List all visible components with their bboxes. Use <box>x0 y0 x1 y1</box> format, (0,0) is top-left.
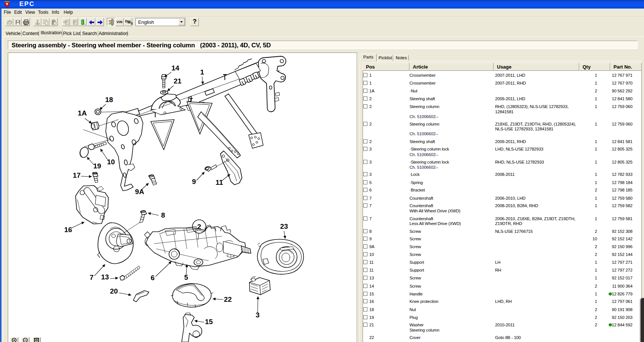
svg-text:1A: 1A <box>78 109 87 117</box>
svg-text:7: 7 <box>90 273 94 281</box>
svg-text:16: 16 <box>64 226 72 234</box>
svg-text:14: 14 <box>171 64 179 72</box>
svg-text:15: 15 <box>205 318 213 326</box>
svg-text:10: 10 <box>107 158 115 166</box>
svg-text:13: 13 <box>101 273 109 281</box>
svg-text:9A: 9A <box>135 188 144 196</box>
svg-text:1: 1 <box>200 68 204 76</box>
svg-text:9: 9 <box>192 178 196 186</box>
svg-text:18: 18 <box>105 96 113 104</box>
svg-text:19: 19 <box>93 162 101 170</box>
svg-text:17: 17 <box>73 171 80 179</box>
svg-text:23: 23 <box>280 222 288 230</box>
svg-text:20: 20 <box>110 287 118 295</box>
svg-text:21: 21 <box>173 77 182 85</box>
svg-text:22: 22 <box>224 295 232 303</box>
svg-text:2: 2 <box>197 223 201 231</box>
svg-text:6: 6 <box>151 274 155 282</box>
svg-text:8: 8 <box>161 211 165 219</box>
svg-text:11: 11 <box>216 178 223 186</box>
